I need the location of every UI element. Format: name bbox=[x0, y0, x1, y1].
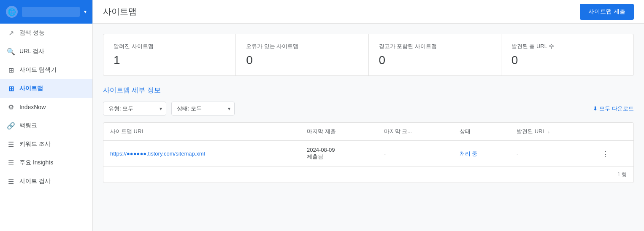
sidebar-item-label: URL 검사 bbox=[19, 48, 44, 55]
sort-icon: ↓ bbox=[548, 129, 550, 134]
stats-row: 알려진 사이트맵1오류가 있는 사이트맵0경고가 포함된 사이트맵0발견된 총 … bbox=[103, 34, 634, 76]
stat-cell: 경고가 포함된 사이트맵0 bbox=[369, 34, 501, 75]
stat-value: 0 bbox=[246, 54, 358, 67]
stat-cell: 발견된 총 URL 수0 bbox=[501, 34, 633, 75]
table-head: 사이트맵 URL마지막 제출마지막 크...상태발견된 URL ↓ bbox=[103, 123, 633, 141]
table-body: https://●●●●●●.tistory.com/sitemap.xml20… bbox=[103, 141, 633, 167]
filters-row: 유형: 모두XMLRSSAtom텍스트 상태: 모두성공오류처리 중 ⬇ 모두 … bbox=[103, 102, 634, 116]
site-explorer-icon: ⊞ bbox=[7, 66, 15, 74]
sidebar-item-backlink[interactable]: 🔗백링크 bbox=[0, 116, 92, 135]
row-count: 1 행 bbox=[617, 172, 627, 177]
table-row: https://●●●●●●.tistory.com/sitemap.xml20… bbox=[103, 141, 633, 167]
col-actions bbox=[595, 123, 633, 141]
stat-cell: 오류가 있는 사이트맵0 bbox=[236, 34, 368, 75]
row-actions-cell[interactable]: ⋮ bbox=[595, 141, 633, 167]
col-url: 사이트맵 URL bbox=[103, 123, 300, 141]
type-filter-wrapper: 유형: 모두XMLRSSAtom텍스트 bbox=[103, 102, 166, 116]
topbar: 사이트맵 사이트맵 제출 bbox=[93, 0, 644, 24]
globe-icon: 🌐 bbox=[6, 6, 18, 18]
keyword-icon: ☰ bbox=[7, 140, 15, 148]
content-area: 알려진 사이트맵1오류가 있는 사이트맵0경고가 포함된 사이트맵0발견된 총 … bbox=[93, 24, 644, 231]
stat-label: 경고가 포함된 사이트맵 bbox=[379, 43, 491, 50]
status-filter[interactable]: 상태: 모두성공오류처리 중 bbox=[171, 102, 235, 116]
sitemap-url-cell[interactable]: https://●●●●●●.tistory.com/sitemap.xml bbox=[103, 141, 300, 167]
sidebar-item-url-inspect[interactable]: 🔍URL 검사 bbox=[0, 42, 92, 61]
sidebar-item-label: 사이트 검사 bbox=[19, 177, 51, 185]
sidebar: 🌐 ▾ ↗검색 성능🔍URL 검사⊞사이트 탐색기⊞사이트맵⚙IndexNow🔗… bbox=[0, 0, 93, 231]
stat-value: 1 bbox=[114, 54, 225, 67]
site-audit-icon: ☰ bbox=[7, 177, 15, 185]
sidebar-item-site-explorer[interactable]: ⊞사이트 탐색기 bbox=[0, 61, 92, 79]
col-last_submit: 마지막 제출 bbox=[300, 123, 377, 141]
sidebar-item-insights[interactable]: ☰주요 Insights bbox=[0, 153, 92, 172]
url-inspect-icon: 🔍 bbox=[7, 47, 15, 56]
status-filter-wrapper: 상태: 모두성공오류처리 중 bbox=[171, 102, 235, 116]
submit-sitemap-button[interactable]: 사이트맵 제출 bbox=[580, 4, 634, 20]
sidebar-scroll: ↗검색 성능🔍URL 검사⊞사이트 탐색기⊞사이트맵⚙IndexNow🔗백링크☰… bbox=[0, 24, 92, 231]
stat-value: 0 bbox=[511, 54, 623, 67]
download-label: 모두 다운로드 bbox=[599, 105, 634, 113]
col-last_crawl: 마지막 크... bbox=[377, 123, 453, 141]
sidebar-item-label: 사이트맵 bbox=[19, 85, 43, 92]
stat-label: 알려진 사이트맵 bbox=[114, 43, 225, 50]
sitemap-table: 사이트맵 URL마지막 제출마지막 크...상태발견된 URL ↓ https:… bbox=[103, 123, 633, 167]
sidebar-item-sitemap[interactable]: ⊞사이트맵 bbox=[0, 79, 92, 98]
sitemap-table-container: 사이트맵 URL마지막 제출마지막 크...상태발견된 URL ↓ https:… bbox=[103, 122, 634, 183]
stat-cell: 알려진 사이트맵1 bbox=[103, 34, 236, 75]
last-crawl-cell: - bbox=[377, 141, 453, 167]
sidebar-item-label: 검색 성능 bbox=[19, 29, 45, 37]
status-cell: 처리 중 bbox=[453, 141, 510, 167]
sidebar-item-label: 사이트 탐색기 bbox=[19, 66, 57, 74]
download-icon: ⬇ bbox=[593, 105, 598, 112]
main-content: 사이트맵 사이트맵 제출 알려진 사이트맵1오류가 있는 사이트맵0경고가 포함… bbox=[93, 0, 644, 231]
col-discovered_url[interactable]: 발견된 URL ↓ bbox=[510, 123, 595, 141]
more-options-icon[interactable]: ⋮ bbox=[602, 150, 609, 158]
chevron-down-icon[interactable]: ▾ bbox=[84, 9, 87, 15]
sidebar-item-label: 주요 Insights bbox=[19, 159, 53, 167]
type-filter[interactable]: 유형: 모두XMLRSSAtom텍스트 bbox=[103, 102, 166, 116]
insights-icon: ☰ bbox=[7, 158, 15, 167]
sidebar-item-keyword[interactable]: ☰키워드 조사 bbox=[0, 135, 92, 153]
search-performance-icon: ↗ bbox=[7, 29, 15, 37]
table-header-row: 사이트맵 URL마지막 제출마지막 크...상태발견된 URL ↓ bbox=[103, 123, 633, 141]
backlink-icon: 🔗 bbox=[7, 121, 15, 130]
last-submit-cell: 2024-08-09제출됨 bbox=[300, 141, 377, 167]
download-all-link[interactable]: ⬇ 모두 다운로드 bbox=[593, 105, 634, 113]
sidebar-item-label: 백링크 bbox=[19, 122, 37, 129]
site-name bbox=[22, 7, 80, 17]
stat-label: 발견된 총 URL 수 bbox=[511, 43, 623, 50]
table-footer: 1 행 bbox=[103, 167, 633, 183]
stat-label: 오류가 있는 사이트맵 bbox=[246, 43, 358, 50]
sidebar-item-search-performance[interactable]: ↗검색 성능 bbox=[0, 24, 92, 42]
sidebar-item-label: 키워드 조사 bbox=[19, 140, 51, 148]
discovered-url-cell: - bbox=[510, 141, 595, 167]
sidebar-item-label: IndexNow bbox=[19, 104, 46, 110]
sidebar-item-indexnow[interactable]: ⚙IndexNow bbox=[0, 98, 92, 116]
page-title: 사이트맵 bbox=[103, 6, 137, 17]
indexnow-icon: ⚙ bbox=[7, 103, 15, 111]
section-title: 사이트맵 세부 정보 bbox=[103, 86, 634, 95]
stat-value: 0 bbox=[379, 54, 491, 67]
col-status: 상태 bbox=[453, 123, 510, 141]
sidebar-item-site-audit[interactable]: ☰사이트 검사 bbox=[0, 172, 92, 191]
sidebar-header[interactable]: 🌐 ▾ bbox=[0, 0, 92, 24]
sitemap-icon: ⊞ bbox=[7, 84, 15, 93]
